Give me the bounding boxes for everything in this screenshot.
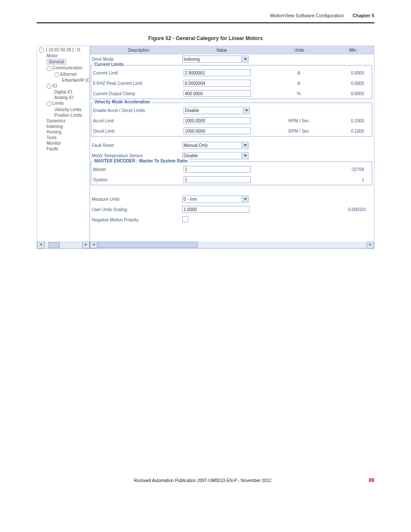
tree-item-indexing[interactable]: Indexing [39, 124, 90, 129]
output-clamp-label: Current Output Clamp [91, 91, 184, 96]
scroll-track[interactable] [98, 242, 366, 248]
tree-item-homing[interactable]: Homing [39, 129, 90, 135]
chevron-down-icon[interactable] [242, 153, 248, 159]
current-limit-min: 0.0000 [339, 71, 372, 75]
tree-item-limits[interactable]: −Limits [39, 100, 90, 106]
user-scaling-label: User Units Scaling [90, 207, 182, 212]
chevron-down-icon[interactable] [242, 143, 248, 148]
master-label: Master [91, 167, 184, 172]
col-units: Units [259, 48, 339, 53]
accel-limit-units: RPM / Sec [259, 118, 339, 123]
scroll-track[interactable] [45, 242, 82, 248]
output-clamp-min: 0.0000 [339, 91, 372, 96]
grid-header: Description Value Units Min [90, 46, 374, 54]
tree-item-io[interactable]: −IO [39, 83, 90, 89]
parameter-panel: Description Value Units Min Drive Mode I… [90, 46, 374, 249]
scroll-thumb[interactable] [48, 242, 60, 248]
fault-reset-label: Fault Reset [90, 143, 182, 148]
tree-item-tools[interactable]: Tools [39, 135, 90, 140]
drive-mode-value: Indexing [183, 57, 242, 62]
scroll-left-icon[interactable]: ◄ [90, 242, 97, 249]
collapse-icon[interactable]: − [47, 84, 52, 89]
col-description: Description [90, 48, 184, 53]
master-input[interactable]: 1 [184, 166, 251, 173]
temp-sensor-label: Motor Temperature Sensor [90, 153, 182, 158]
group-current-limits: Current Limits [93, 62, 125, 67]
tree-root-label: [ 10.82.50.26 ] : D [46, 47, 81, 52]
system-label: System [91, 177, 184, 182]
collapse-icon[interactable]: − [47, 66, 52, 71]
chevron-down-icon[interactable] [243, 108, 249, 113]
tree-item-monitor[interactable]: Monitor [39, 140, 90, 146]
header-chapter: Chapter 5 [352, 13, 374, 18]
current-limit-units: A [259, 71, 339, 75]
tree-item-motor[interactable]: Motor [39, 53, 90, 59]
measure-units-label: Measure Units [90, 197, 182, 202]
drive-mode-label: Drive Mode [90, 57, 182, 62]
app-window: − [ 10.82.50.26 ] : D Motor General −Com… [37, 46, 374, 249]
col-min: Min [339, 48, 374, 53]
main-horizontal-scrollbar[interactable]: ◄ ► [90, 242, 374, 249]
tree-item-ethernet[interactable]: −Ethernet [39, 72, 90, 78]
output-clamp-input[interactable]: 400.0000 [184, 90, 251, 97]
drive-mode-combo[interactable]: Indexing [182, 56, 249, 63]
peak-current-label: 8 KHZ Peak Current Limit [91, 81, 184, 86]
chevron-down-icon[interactable] [242, 196, 248, 202]
accel-limit-input[interactable]: 1000.0000 [184, 117, 251, 124]
scroll-thumb[interactable] [98, 242, 198, 248]
peak-current-input[interactable]: 8.5600004 [184, 80, 251, 87]
tree-item-dynamics[interactable]: Dynamics [39, 118, 90, 124]
peak-current-units: A [259, 81, 339, 86]
tree-item-ethernetip[interactable]: EtherNet/IP (CI [39, 78, 90, 83]
header-title: MotionView Software Configuration [270, 13, 344, 18]
collapse-icon[interactable]: − [39, 47, 44, 53]
output-clamp-units: % [259, 91, 339, 96]
measure-units-combo[interactable]: 0 - mm [182, 196, 249, 203]
figure-title: Figure 52 - General Category for Linear … [0, 35, 411, 41]
accel-limit-label: Accel Limit [91, 118, 184, 123]
group-velocity-accel: Velocity Mode Acceleration [93, 100, 151, 104]
decel-limit-label: Decel Limit [91, 129, 184, 134]
user-scaling-min: 0.000101 [337, 207, 374, 212]
master-min: -32768 [339, 167, 372, 172]
tree-item-digital-io[interactable]: Digital IO [39, 89, 90, 95]
enable-accel-label: Enable Accel / Decel Limits [91, 108, 184, 113]
tree-item-faults[interactable]: Faults [39, 146, 90, 152]
tree-item-general[interactable]: General [39, 59, 90, 65]
peak-current-min: 0.0000 [339, 81, 372, 86]
tree-item-communication[interactable]: −Communication [39, 65, 90, 71]
tree-item-velocity-limits[interactable]: Velocity Limits [39, 107, 90, 112]
decel-limit-input[interactable]: 1000.0000 [184, 128, 251, 134]
tree-item-analog-io[interactable]: Analog IO [39, 95, 90, 100]
scroll-right-icon[interactable]: ► [82, 242, 90, 249]
user-scaling-input[interactable]: 1.0000 [182, 206, 249, 213]
current-limit-input[interactable]: 2.9000001 [184, 69, 251, 76]
decel-limit-min: 0.1000 [339, 129, 372, 134]
tree-horizontal-scrollbar[interactable]: ◄ ► [37, 242, 90, 249]
collapse-icon[interactable]: − [47, 101, 52, 106]
col-value: Value [184, 48, 259, 53]
footer-publication: Rockwell Automation Publication 2097-UM0… [37, 478, 369, 483]
scroll-left-icon[interactable]: ◄ [37, 242, 44, 249]
footer-page-number: 89 [369, 477, 374, 483]
current-limit-label: Current Limit [91, 71, 184, 75]
group-master-encoder: MASTER ENCODER : Master To System Ratio [93, 159, 189, 163]
nav-tree[interactable]: − [ 10.82.50.26 ] : D Motor General −Com… [37, 46, 90, 249]
tree-root[interactable]: − [ 10.82.50.26 ] : D [39, 47, 90, 53]
fault-reset-combo[interactable]: Manual Only [182, 142, 249, 149]
neg-polarity-label: Negative Motion Polarity [90, 218, 182, 222]
enable-accel-combo[interactable]: Disable [184, 107, 250, 114]
neg-polarity-checkbox[interactable] [182, 216, 188, 222]
tree-item-position-limits[interactable]: Position Limits [39, 112, 90, 118]
decel-limit-units: RPM / Sec [259, 129, 339, 134]
chevron-down-icon[interactable] [242, 56, 248, 62]
accel-limit-min: 0.1000 [339, 118, 372, 123]
system-min: 1 [339, 177, 372, 182]
collapse-icon[interactable]: − [54, 72, 59, 77]
temp-sensor-combo[interactable]: Disable [182, 152, 249, 159]
system-input[interactable]: 1 [184, 176, 251, 183]
scroll-right-icon[interactable]: ► [367, 242, 374, 249]
